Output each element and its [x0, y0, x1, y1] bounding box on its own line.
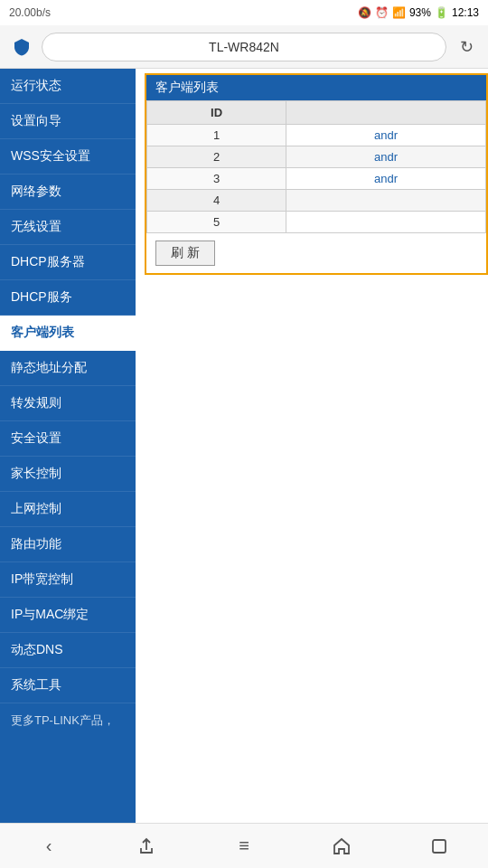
row3-id: 3 [147, 168, 286, 190]
shield-icon [9, 34, 34, 60]
table-row: 1 andr [147, 125, 486, 146]
mute-icon: 🔕 [358, 6, 371, 19]
url-text: TL-WR842N [209, 40, 279, 54]
sidebar-item-forwarding[interactable]: 转发规则 [0, 386, 136, 421]
col-header-id: ID [147, 101, 286, 125]
sidebar-item-client-list[interactable]: 客户端列表 [0, 316, 136, 351]
home-button[interactable] [324, 828, 360, 864]
sidebar-item-network-params[interactable]: 网络参数 [0, 175, 136, 210]
sidebar-item-static-allocation[interactable]: 静态地址分配 [0, 351, 136, 386]
bottom-nav: ‹ ≡ [0, 823, 488, 868]
back-button[interactable]: ‹ [31, 828, 67, 864]
status-icons: 🔕 ⏰ 📶 93% 🔋 12:13 [358, 6, 479, 19]
sidebar-item-security[interactable]: 安全设置 [0, 421, 136, 457]
client-table-title: 客户端列表 [146, 75, 486, 100]
battery-text: 93% [409, 6, 431, 19]
table-row: 2 andr [147, 146, 486, 168]
refresh-button[interactable]: 刷 新 [155, 241, 215, 266]
sidebar-item-routing[interactable]: 路由功能 [0, 527, 136, 562]
share-button[interactable] [128, 828, 164, 864]
network-speed: 20.00b/s [9, 6, 51, 19]
sidebar-item-status[interactable]: 运行状态 [0, 69, 136, 104]
time: 12:13 [452, 6, 479, 19]
sidebar-item-dhcp-service[interactable]: DHCP服务 [0, 280, 136, 316]
refresh-btn-container: 刷 新 [146, 233, 486, 273]
row4-id: 4 [147, 190, 286, 212]
sidebar-item-dynamic-dns[interactable]: 动态DNS [0, 633, 136, 668]
sidebar-item-mac-binding[interactable]: IP与MAC绑定 [0, 598, 136, 633]
row5-client [286, 212, 486, 233]
url-bar[interactable]: TL-WR842N [42, 33, 446, 61]
sidebar-footer: 更多TP-LINK产品， [0, 703, 136, 738]
row3-client: andr [286, 168, 486, 190]
signal-icon: 📶 [392, 6, 406, 19]
sidebar-item-wss-security[interactable]: WSS安全设置 [0, 139, 136, 175]
sidebar-item-setup-wizard[interactable]: 设置向导 [0, 104, 136, 139]
table-row: 4 [147, 190, 486, 212]
status-bar: 20.00b/s 🔕 ⏰ 📶 93% 🔋 12:13 [0, 0, 488, 25]
content-area: 客户端列表 ID 1 andr 2 andr [136, 69, 488, 823]
table-row: 5 [147, 212, 486, 233]
sidebar-item-system-tools[interactable]: 系统工具 [0, 668, 136, 703]
sidebar-item-wireless[interactable]: 无线设置 [0, 210, 136, 245]
refresh-icon[interactable]: ↻ [454, 34, 479, 60]
svg-rect-0 [433, 840, 446, 853]
client-table-container: 客户端列表 ID 1 andr 2 andr [145, 73, 488, 275]
client-table: ID 1 andr 2 andr 3 andr [146, 100, 486, 233]
table-row: 3 andr [147, 168, 486, 190]
sidebar-item-internet-control[interactable]: 上网控制 [0, 492, 136, 527]
sidebar-item-parental-control[interactable]: 家长控制 [0, 457, 136, 492]
row1-id: 1 [147, 125, 286, 146]
menu-button[interactable]: ≡ [226, 828, 262, 864]
row4-client [286, 190, 486, 212]
col-header-client [286, 101, 486, 125]
tabs-button[interactable] [421, 828, 457, 864]
battery-icon: 🔋 [435, 6, 448, 19]
row2-client: andr [286, 146, 486, 168]
sidebar-item-bandwidth-control[interactable]: IP带宽控制 [0, 562, 136, 598]
alarm-icon: ⏰ [375, 6, 389, 19]
main-content: 运行状态 设置向导 WSS安全设置 网络参数 无线设置 DHCP服务器 DHCP… [0, 69, 488, 823]
row2-id: 2 [147, 146, 286, 168]
row1-client: andr [286, 125, 486, 146]
row5-id: 5 [147, 212, 286, 233]
browser-bar: TL-WR842N ↻ [0, 25, 488, 69]
sidebar: 运行状态 设置向导 WSS安全设置 网络参数 无线设置 DHCP服务器 DHCP… [0, 69, 136, 823]
sidebar-item-dhcp-server[interactable]: DHCP服务器 [0, 245, 136, 280]
